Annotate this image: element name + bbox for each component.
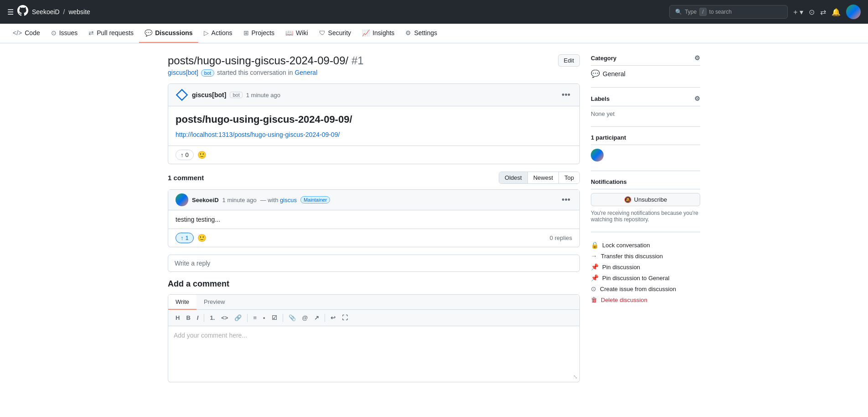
sort-newest-button[interactable]: Newest: [528, 172, 559, 183]
toolbar-ordered-list[interactable]: 1.: [207, 313, 217, 323]
security-nav-icon: 🛡: [319, 29, 326, 36]
sidebar-participants-header: 1 participant: [591, 134, 700, 145]
pr-nav-icon: ⇄: [88, 29, 94, 36]
reply-area[interactable]: Write a reply: [168, 255, 580, 272]
sidebar-category-section: Category ⚙ 💬 General: [591, 54, 700, 78]
add-comment-title: Add a comment: [168, 279, 580, 289]
nav-projects[interactable]: ⊞ Projects: [238, 24, 280, 43]
editor-body[interactable]: Add your comment here...: [168, 326, 579, 372]
comment-author[interactable]: SeekoeiD: [192, 197, 219, 203]
settings-nav-icon: ⚙: [405, 29, 411, 36]
sort-oldest-button[interactable]: Oldest: [499, 172, 528, 183]
hamburger-menu[interactable]: ☰: [7, 8, 14, 16]
search-bar[interactable]: 🔍 Type / to search: [669, 5, 788, 19]
post-upvote-button[interactable]: ↑ 0: [176, 150, 194, 160]
participant-avatar[interactable]: [591, 149, 604, 162]
post-emoji-button[interactable]: 🙂: [197, 151, 207, 159]
pin-general-icon: 📌: [591, 274, 599, 281]
toolbar-bold[interactable]: B: [183, 313, 193, 323]
toolbar-attach[interactable]: 📎: [286, 313, 299, 323]
toolbar-fullscreen[interactable]: ⛶: [339, 313, 351, 323]
toolbar-checklist[interactable]: ☑: [269, 313, 280, 323]
post-card-link[interactable]: http://localhost:1313/posts/hugo-using-g…: [176, 131, 340, 138]
notifications-icon[interactable]: 🔔: [832, 8, 841, 16]
title-row: posts/hugo-using-giscus-2024-09-09/ #1 E…: [168, 54, 580, 67]
create-issue-icon: ⊙: [591, 285, 596, 292]
preview-tab[interactable]: Preview: [196, 295, 232, 310]
category-gear-icon[interactable]: ⚙: [694, 54, 700, 62]
pull-requests-icon[interactable]: ⇄: [820, 8, 826, 16]
editor-resize-handle[interactable]: ⤡: [168, 372, 579, 382]
nav-wiki[interactable]: 📖 Wiki: [280, 24, 313, 43]
sort-top-button[interactable]: Top: [559, 172, 579, 183]
resize-icon: ⤡: [573, 374, 578, 380]
toolbar-divider-3: [283, 314, 283, 322]
nav-discussions[interactable]: 💬 Discussions: [139, 24, 198, 43]
nav-issues[interactable]: ⊙ Issues: [46, 24, 83, 43]
toolbar-heading[interactable]: H: [173, 313, 182, 323]
toolbar-bullet-list[interactable]: •: [260, 313, 268, 323]
create-issue-link[interactable]: ⊙ Create issue from discussion: [591, 283, 700, 294]
toolbar-italic[interactable]: I: [194, 313, 202, 323]
issues-icon[interactable]: ⊙: [809, 8, 815, 16]
comment-card: SeekoeiD 1 minute ago — with giscus Main…: [168, 189, 580, 247]
user-avatar[interactable]: [846, 5, 861, 19]
nav-actions[interactable]: ▷ Actions: [198, 24, 238, 43]
nav-settings[interactable]: ⚙ Settings: [400, 24, 443, 43]
pin-to-general-link[interactable]: 📌 Pin discussion to General: [591, 272, 700, 283]
nav-insights[interactable]: 📈 Insights: [356, 24, 400, 43]
sidebar-divider-4: [591, 232, 700, 232]
editor-tabs: Write Preview: [168, 295, 579, 310]
toolbar-numbered-list[interactable]: ≡: [250, 313, 259, 323]
post-more-button[interactable]: •••: [560, 90, 572, 100]
toolbar-mention[interactable]: @: [300, 313, 311, 323]
pin-discussion-link[interactable]: 📌 Pin discussion: [591, 261, 700, 272]
reply-placeholder: Write a reply: [175, 260, 210, 267]
org-link[interactable]: SeekoeiD: [32, 8, 60, 16]
unsubscribe-button[interactable]: 🔕 Unsubscribe: [591, 193, 700, 206]
discussions-nav-icon: 💬: [145, 29, 152, 36]
sidebar-divider-2: [591, 126, 700, 127]
comment-emoji-button[interactable]: 🙂: [197, 234, 207, 242]
subtitle-category-link[interactable]: General: [294, 69, 317, 76]
comment-more-button[interactable]: •••: [560, 195, 572, 205]
write-tab[interactable]: Write: [168, 295, 196, 310]
comment-upvote-button[interactable]: ↑ 1: [176, 233, 194, 243]
lock-conversation-link[interactable]: 🔒 Lock conversation: [591, 240, 700, 250]
edit-button[interactable]: Edit: [558, 54, 580, 67]
subtitle-author-link[interactable]: giscus[bot]: [168, 69, 198, 76]
nav-code[interactable]: </> Code: [7, 24, 46, 43]
transfer-icon: →: [591, 252, 597, 260]
sidebar-category-header: Category ⚙: [591, 54, 700, 66]
projects-nav-icon: ⊞: [243, 29, 249, 36]
comment-body: testing testing...: [168, 210, 579, 229]
toolbar-code-inline[interactable]: <>: [218, 313, 231, 323]
nav-security[interactable]: 🛡 Security: [314, 24, 357, 43]
add-button[interactable]: + ▾: [793, 8, 803, 16]
sidebar-category-value: 💬 General: [591, 69, 700, 78]
toolbar-ref[interactable]: ↗: [311, 313, 322, 323]
pin-icon: 📌: [591, 263, 599, 271]
comment-time: 1 minute ago: [222, 197, 257, 203]
upvote-arrow-icon: ↑: [181, 151, 184, 158]
original-post-card: giscus[bot] bot 1 minute ago ••• posts/h…: [168, 83, 580, 164]
wiki-nav-icon: 📖: [285, 29, 293, 36]
repo-link[interactable]: website: [68, 8, 90, 16]
editor-placeholder: Add your comment here...: [174, 332, 247, 339]
toolbar-link[interactable]: 🔗: [232, 313, 244, 323]
insights-nav-icon: 📈: [362, 29, 370, 36]
svg-marker-0: [176, 89, 187, 100]
github-logo: [17, 5, 28, 19]
nav-pull-requests[interactable]: ⇄ Pull requests: [83, 24, 139, 43]
sidebar-divider-1: [591, 87, 700, 88]
labels-gear-icon[interactable]: ⚙: [694, 95, 700, 102]
giscus-link[interactable]: giscus: [280, 197, 297, 203]
toolbar-undo[interactable]: ↩: [328, 313, 338, 323]
notification-reason: You're receiving notifications because y…: [591, 210, 700, 223]
maintainer-badge: Maintainer: [300, 196, 330, 203]
delete-discussion-link[interactable]: 🗑 Delete discussion: [591, 294, 700, 305]
bot-avatar-icon: [176, 89, 188, 101]
sidebar-divider-3: [591, 171, 700, 171]
search-icon: 🔍: [675, 9, 682, 15]
transfer-discussion-link[interactable]: → Transfer this discussion: [591, 250, 700, 261]
